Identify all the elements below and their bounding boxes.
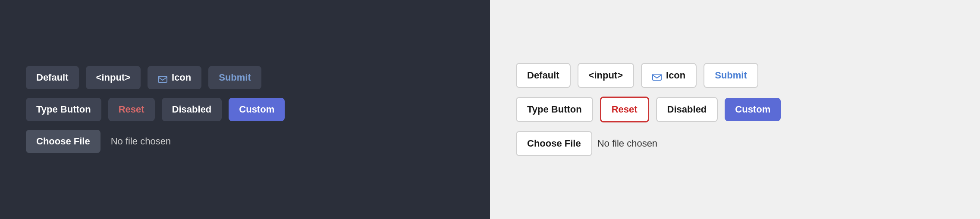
dark-custom-button[interactable]: Custom (229, 98, 285, 121)
light-reset-button[interactable]: Reset (600, 97, 649, 122)
light-reset-label: Reset (612, 104, 638, 115)
light-typebutton-button[interactable]: Type Button (516, 97, 593, 122)
light-custom-label: Custom (735, 104, 770, 115)
dark-icon-label: Icon (172, 72, 191, 83)
dark-default-label: Default (36, 72, 69, 83)
dark-typebutton-button[interactable]: Type Button (26, 98, 101, 121)
light-default-button[interactable]: Default (516, 63, 571, 88)
light-icon-button[interactable]: Icon (641, 63, 697, 88)
dark-submit-button[interactable]: Submit (208, 66, 261, 89)
dark-input-button[interactable]: <input> (86, 66, 141, 89)
svg-rect-0 (158, 76, 167, 82)
dark-disabled-button[interactable]: Disabled (162, 98, 222, 121)
dark-row-2: Type Button Reset Disabled Custom (26, 98, 464, 121)
light-nofile-text: No file chosen (597, 138, 657, 149)
light-choosefile-label: Choose File (527, 138, 581, 149)
light-submit-label: Submit (715, 70, 747, 81)
dark-choosefile-button[interactable]: Choose File (26, 130, 101, 153)
light-row-2: Type Button Reset Disabled Custom (516, 97, 954, 122)
svg-rect-1 (653, 74, 661, 80)
dark-reset-label: Reset (119, 104, 144, 115)
dark-custom-label: Custom (239, 104, 274, 115)
dark-disabled-label: Disabled (172, 104, 212, 115)
light-panel: Default <input> Icon Submit Type Button … (490, 0, 980, 219)
dark-nofile-text: No file chosen (111, 136, 171, 147)
light-row-1: Default <input> Icon Submit (516, 63, 954, 88)
light-disabled-button[interactable]: Disabled (656, 97, 718, 122)
dark-typebutton-label: Type Button (36, 104, 91, 115)
dark-row-3: Choose File No file chosen (26, 130, 464, 153)
light-row-3: Choose File No file chosen (516, 131, 954, 156)
light-input-label: <input> (589, 70, 623, 81)
light-default-label: Default (527, 70, 559, 81)
light-submit-button[interactable]: Submit (704, 63, 758, 88)
dark-submit-label: Submit (219, 72, 251, 83)
light-input-button[interactable]: <input> (578, 63, 634, 88)
dark-reset-button[interactable]: Reset (108, 98, 155, 121)
dark-choosefile-label: Choose File (36, 136, 90, 147)
light-disabled-label: Disabled (667, 104, 707, 115)
dark-panel: Default <input> Icon Submit Type Button … (0, 0, 490, 219)
dark-default-button[interactable]: Default (26, 66, 79, 89)
light-choosefile-button[interactable]: Choose File (516, 131, 592, 156)
dark-row-1: Default <input> Icon Submit (26, 66, 464, 89)
dark-icon-button[interactable]: Icon (148, 66, 201, 89)
light-custom-button[interactable]: Custom (725, 98, 781, 121)
envelope-icon (158, 74, 167, 81)
light-typebutton-label: Type Button (527, 104, 582, 115)
light-icon-label: Icon (666, 70, 685, 81)
envelope-icon-light (652, 72, 662, 79)
dark-input-label: <input> (96, 72, 130, 83)
